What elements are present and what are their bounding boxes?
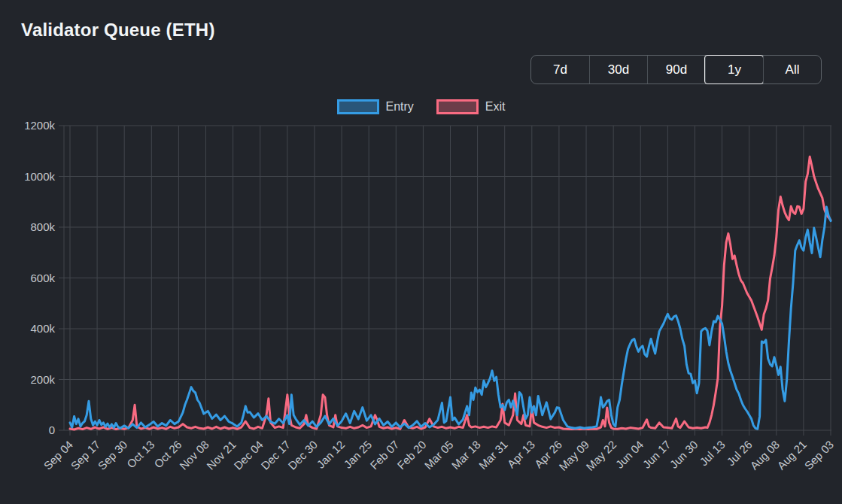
x-tick-label: Feb 20 [394,438,428,472]
x-tick-label: Jun 17 [640,438,673,471]
x-tick-label: Sep 17 [68,438,103,472]
x-tick-label: Jan 25 [341,438,374,471]
x-tick-label: Jul 13 [697,438,727,468]
validator-queue-chart: 0200k400k600k800k1000k1200kSep 04Sep 17S… [0,0,842,504]
x-tick-label: Aug 21 [774,438,809,472]
y-tick-label: 1200k [24,119,55,132]
x-tick-label: Nov 08 [177,438,211,472]
x-tick-label: Jun 30 [667,438,701,471]
y-tick-label: 800k [30,220,55,233]
x-tick-label: Nov 21 [204,438,239,472]
x-tick-label: Oct 13 [124,438,157,470]
x-tick-label: Feb 07 [367,438,401,472]
x-tick-label: Dec 04 [231,438,266,472]
x-tick-label: Jun 04 [613,438,646,471]
x-tick-label: Sep 04 [41,438,75,472]
x-tick-label: May 22 [583,438,619,473]
y-tick-label: 200k [30,373,55,386]
x-tick-label: Sep 03 [801,438,836,472]
x-tick-label: Dec 17 [258,438,293,472]
x-tick-label: Jan 12 [314,438,347,471]
y-tick-label: 400k [30,322,55,335]
x-tick-label: Aug 08 [747,438,782,472]
x-tick-label: Dec 30 [285,438,320,472]
x-tick-label: Apr 13 [505,438,537,470]
x-tick-label: Mar 31 [476,438,510,472]
x-tick-label: Sep 30 [96,438,130,472]
x-tick-label: Mar 18 [449,438,483,472]
x-tick-label: Mar 05 [422,438,456,472]
y-tick-label: 0 [49,424,55,436]
y-tick-label: 600k [30,272,55,284]
y-tick-label: 1000k [24,170,55,183]
